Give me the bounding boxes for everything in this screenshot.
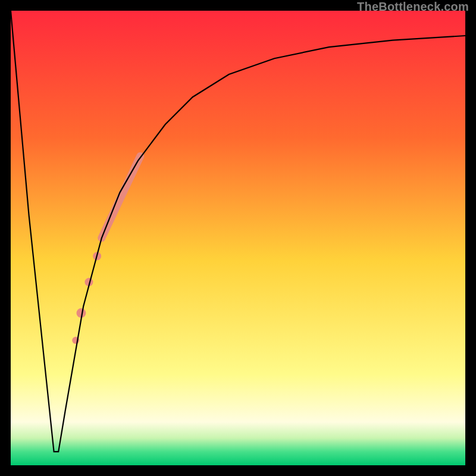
gradient-background: [11, 11, 465, 465]
plot-area: [11, 11, 465, 465]
watermark-text: TheBottleneck.com: [357, 0, 469, 14]
chart-svg: [11, 11, 465, 465]
chart-frame: TheBottleneck.com: [0, 0, 476, 476]
